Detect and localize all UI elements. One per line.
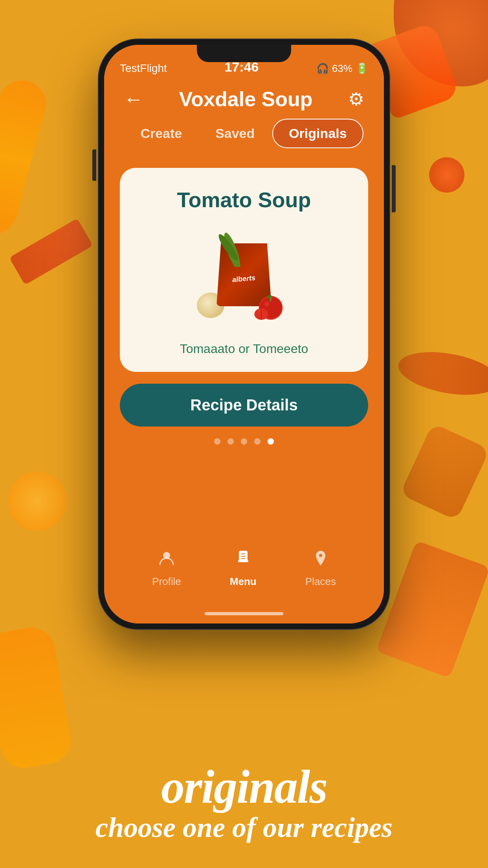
bottom-subheadline: choose one of our recipes [0, 811, 488, 844]
tabs-bar: Create Saved Originals [104, 119, 384, 156]
main-content: Tomato Soup [104, 156, 384, 541]
dot-3 [241, 438, 247, 445]
home-bar [205, 612, 283, 615]
bottom-headline: originals [0, 763, 488, 811]
headphone-icon: 🎧 [316, 63, 329, 75]
herbs-icon [216, 228, 248, 268]
status-carrier: TestFlight [120, 62, 167, 75]
phone-outer: TestFlight 17:46 🎧 63% 🔋 ← Voxdale Soup … [99, 39, 389, 629]
dot-4 [254, 438, 261, 445]
bg-pepper-bot [376, 541, 488, 678]
recipe-title: Tomato Soup [177, 188, 311, 212]
places-icon [312, 549, 330, 572]
tab-saved[interactable]: Saved [200, 120, 270, 147]
nav-places[interactable]: Places [305, 549, 336, 588]
soup-illustration: alberts [189, 224, 299, 326]
bottom-nav: Profile Menu [104, 541, 384, 604]
nav-profile-label: Profile [152, 576, 181, 588]
bg-pepper-right-bot [400, 423, 488, 521]
bg-beet [9, 218, 93, 285]
svg-point-4 [264, 302, 270, 307]
phone-wrapper: TestFlight 17:46 🎧 63% 🔋 ← Voxdale Soup … [99, 39, 389, 629]
dot-2 [227, 438, 234, 445]
dot-1 [214, 438, 220, 445]
bg-pepper-mid [395, 345, 488, 402]
brand-label: alberts [232, 274, 256, 284]
tab-originals[interactable]: Originals [272, 119, 363, 148]
settings-button[interactable]: ⚙ [348, 88, 364, 110]
bg-tomato-small [429, 157, 464, 193]
battery-level: 63% [332, 63, 352, 75]
menu-icon [234, 549, 252, 572]
recipe-card: Tomato Soup [120, 168, 368, 372]
back-button[interactable]: ← [124, 88, 143, 110]
tomato-icon [248, 289, 287, 322]
svg-point-16 [319, 554, 322, 557]
recipe-subtitle: Tomaaato or Tomeeeto [180, 342, 308, 356]
nav-menu-label: Menu [230, 576, 257, 588]
battery-icon: 🔋 [356, 63, 368, 75]
status-battery: 🎧 63% 🔋 [316, 63, 368, 75]
bg-orange [8, 472, 67, 531]
page-title: Voxdale Soup [179, 87, 313, 111]
svg-point-9 [259, 310, 261, 312]
app-header: ← Voxdale Soup ⚙ [104, 79, 384, 119]
nav-profile[interactable]: Profile [152, 549, 181, 588]
profile-icon [158, 549, 176, 572]
nav-menu[interactable]: Menu [230, 549, 257, 588]
phone-notch [197, 45, 291, 62]
svg-rect-12 [238, 560, 248, 562]
home-indicator [104, 604, 384, 623]
nav-places-label: Places [305, 576, 336, 588]
recipe-details-button[interactable]: Recipe Details [120, 384, 368, 427]
bg-carrot-left [0, 75, 51, 239]
dot-5 [268, 438, 274, 445]
bottom-text-section: originals choose one of our recipes [0, 763, 488, 844]
phone-screen: TestFlight 17:46 🎧 63% 🔋 ← Voxdale Soup … [104, 45, 384, 623]
bg-carrot-bot [0, 624, 74, 772]
tab-create[interactable]: Create [125, 120, 198, 147]
pagination-dots [214, 438, 274, 445]
